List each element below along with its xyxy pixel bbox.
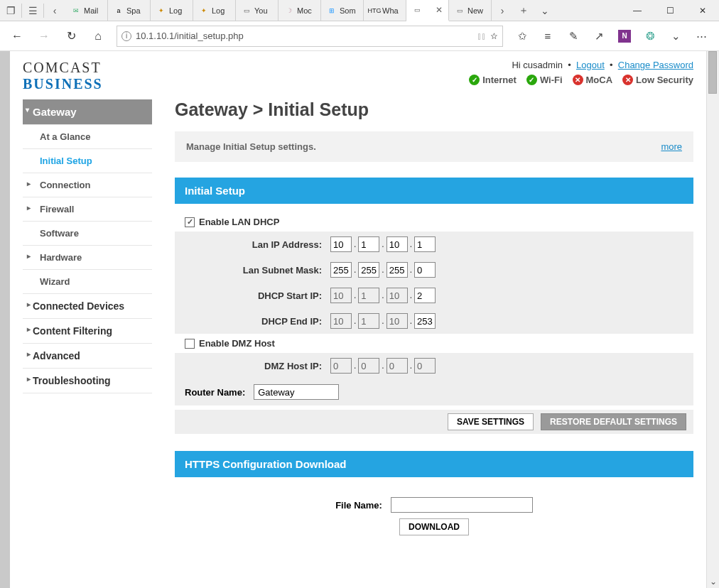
pocket-icon[interactable]: ⌄ — [669, 30, 682, 43]
ip-octet-input[interactable] — [358, 236, 379, 252]
ip-octet-input — [330, 313, 352, 329]
main: Gateway > Initial Setup Manage Initial S… — [175, 99, 693, 541]
tab-strip: ✉MailaSpa✦Log✦Log▭You☽Moc⊞SomHTGWha▭✕▭Ne… — [65, 0, 492, 21]
dhcp-start-row: DHCP Start IP: ... — [175, 283, 693, 308]
browser-tab[interactable]: ✦Log — [193, 0, 236, 21]
sidebar-item[interactable]: Content Filtering — [23, 319, 152, 344]
ip-octet-input[interactable] — [330, 236, 352, 252]
ip-octet-input[interactable] — [330, 262, 352, 278]
save-settings-button[interactable]: SAVE SETTINGS — [448, 413, 534, 430]
download-button[interactable]: DOWNLOAD — [399, 518, 469, 535]
onenote-icon[interactable]: N — [618, 30, 631, 43]
status-label: Internet — [482, 75, 517, 85]
browser-titlebar: ❐ ☰ ‹ ✉MailaSpa✦Log✦Log▭You☽Moc⊞SomHTGWh… — [0, 0, 719, 21]
share-icon[interactable]: ↗ — [593, 30, 605, 43]
file-name-input[interactable] — [391, 497, 533, 513]
tab-close-icon[interactable]: ✕ — [433, 5, 443, 15]
tab-forward-icon[interactable]: › — [492, 0, 513, 21]
enable-dmz-checkbox[interactable] — [185, 339, 195, 349]
toolbar-right: ✩ ≡ ✎ ↗ N ❂ ⌄ ⋯ — [509, 30, 715, 43]
logout-link[interactable]: Logout — [576, 60, 605, 70]
notes-icon[interactable]: ✎ — [567, 30, 580, 43]
browser-tab[interactable]: ✉Mail — [65, 0, 108, 21]
favorite-star-icon[interactable]: ☆ — [490, 31, 498, 41]
browser-tab[interactable]: ▭New — [449, 0, 492, 21]
browser-tab[interactable]: ⊞Som — [321, 0, 364, 21]
vertical-scrollbar[interactable]: ⌄ — [706, 51, 719, 588]
router-name-input[interactable] — [254, 384, 339, 400]
ip-octet-input[interactable] — [414, 313, 436, 329]
settings-button-row: SAVE SETTINGS RESTORE DEFAULT SETTINGS — [175, 410, 693, 434]
ip-octet-input[interactable] — [358, 262, 379, 278]
tab-back-icon[interactable]: ‹ — [44, 0, 65, 21]
router-name-row: Router Name: — [175, 379, 693, 405]
tab-favicon-icon: a — [114, 6, 124, 16]
sidebar-sub: At a GlanceInitial SetupConnectionFirewa… — [23, 125, 152, 294]
window-controls: — ☐ ✕ — [621, 0, 719, 21]
ip-octet-input[interactable] — [386, 262, 408, 278]
sidebar-item[interactable]: Advanced — [23, 344, 152, 369]
lan-ip-label: Lan IP Address: — [183, 239, 330, 250]
home-button[interactable]: ⌂ — [85, 23, 111, 49]
browser-tab[interactable]: aSpa — [108, 0, 151, 21]
sidebar-item[interactable]: At a Glance — [23, 125, 152, 149]
browser-tab[interactable]: HTGWha — [364, 0, 406, 21]
reading-list-icon[interactable]: ☰ — [22, 0, 43, 21]
sidebar-item[interactable]: Firewall — [23, 197, 152, 222]
status-item: ✓Internet — [469, 75, 517, 85]
change-password-link[interactable]: Change Password — [618, 60, 693, 70]
close-window-button[interactable]: ✕ — [686, 0, 719, 21]
ip-octet-input — [386, 313, 408, 329]
maximize-button[interactable]: ☐ — [654, 0, 686, 21]
evernote-icon[interactable]: ❂ — [644, 30, 656, 43]
restore-defaults-button[interactable]: RESTORE DEFAULT SETTINGS — [541, 413, 686, 430]
more-link[interactable]: more — [661, 141, 682, 152]
task-view-icon[interactable]: ❐ — [0, 0, 21, 21]
sidebar-header-gateway[interactable]: Gateway — [23, 99, 152, 125]
scroll-thumb[interactable] — [708, 51, 717, 94]
reading-list-toolbar-icon[interactable]: ≡ — [541, 30, 554, 43]
browser-tab[interactable]: ✦Log — [151, 0, 193, 21]
enable-lan-dhcp-label: Enable LAN DHCP — [199, 217, 279, 227]
url-field-wrap[interactable]: i ⫿⫿ ☆ — [117, 26, 503, 47]
tab-menu-icon[interactable]: ⌄ — [534, 0, 556, 21]
forward-button[interactable]: → — [31, 23, 57, 49]
ip-octet-input — [358, 288, 379, 303]
favorites-icon[interactable]: ✩ — [516, 30, 529, 43]
refresh-button[interactable]: ↻ — [58, 23, 84, 49]
tab-label: Spa — [126, 6, 141, 15]
browser-tab[interactable]: ☽Moc — [279, 0, 321, 21]
minimize-button[interactable]: — — [621, 0, 654, 21]
sidebar-item[interactable]: Hardware — [23, 246, 152, 270]
ip-dot: . — [409, 316, 413, 326]
tab-label: New — [467, 6, 483, 15]
sidebar-item[interactable]: Initial Setup — [23, 149, 152, 173]
sidebar-item[interactable]: Software — [23, 222, 152, 246]
browser-tab[interactable]: ▭You — [236, 0, 279, 21]
sidebar-item[interactable]: Troubleshooting — [23, 369, 152, 393]
tab-favicon-icon: ⊞ — [327, 6, 337, 16]
url-input[interactable] — [136, 31, 473, 41]
info-icon[interactable]: i — [121, 31, 131, 41]
titlebar-left: ❐ ☰ ‹ — [0, 0, 65, 21]
ip-dot: . — [353, 265, 357, 275]
enable-lan-dhcp-checkbox[interactable]: ✓ — [185, 217, 195, 227]
ip-octet-input[interactable] — [414, 288, 436, 303]
back-button[interactable]: ← — [4, 23, 30, 49]
reading-view-icon[interactable]: ⫿⫿ — [477, 31, 486, 41]
ip-octet-input[interactable] — [414, 236, 436, 252]
tab-label: You — [254, 6, 268, 15]
sidebar-item[interactable]: Wizard — [23, 270, 152, 294]
scroll-down-icon[interactable]: ⌄ — [707, 575, 719, 588]
new-tab-button[interactable]: ＋ — [513, 0, 534, 21]
lan-ip-fields: ... — [330, 236, 436, 252]
sidebar-item[interactable]: Connected Devices — [23, 294, 152, 319]
browser-tab[interactable]: ▭✕ — [406, 0, 449, 21]
ip-octet-input[interactable] — [414, 262, 436, 278]
ip-dot: . — [381, 239, 384, 249]
sidebar-item[interactable]: Connection — [23, 173, 152, 197]
ip-octet-input[interactable] — [386, 236, 408, 252]
more-icon[interactable]: ⋯ — [695, 30, 708, 43]
ip-dot: . — [353, 239, 357, 249]
status-error-icon: ✕ — [622, 75, 633, 85]
